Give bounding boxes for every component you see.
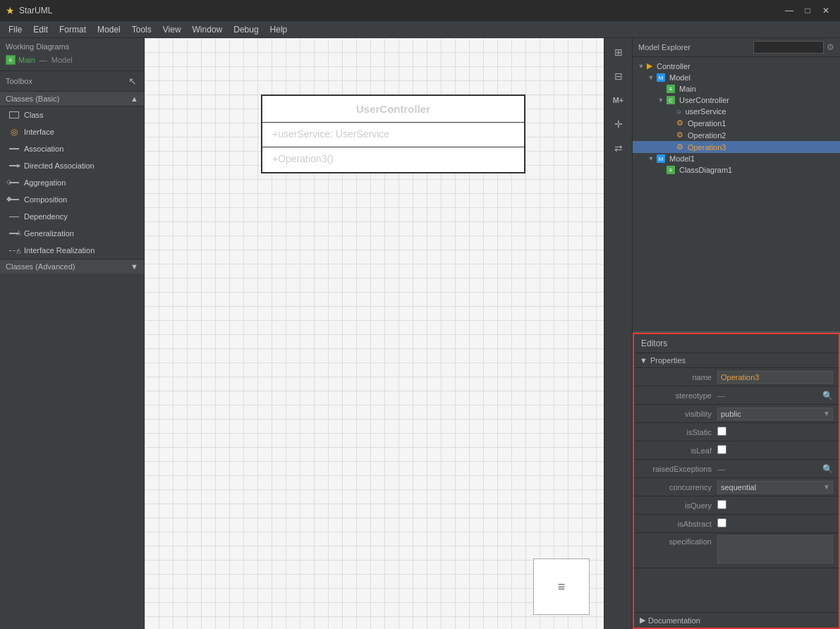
gear-icon[interactable]: ⚙ bbox=[827, 42, 834, 52]
working-diagrams-label: Working Diagrams bbox=[6, 42, 138, 51]
class-icon bbox=[8, 109, 20, 121]
close-button[interactable]: ✕ bbox=[817, 4, 834, 18]
tree-item[interactable]: ⚙Operation3 bbox=[633, 141, 840, 153]
tree-item[interactable]: ▼▶Controller bbox=[633, 60, 840, 72]
maximize-button[interactable]: □ bbox=[799, 4, 816, 18]
diagram-item-main[interactable]: ≡ Main — Model bbox=[6, 54, 138, 66]
tree-item[interactable]: ⚙Operation2 bbox=[633, 129, 840, 141]
stereotype-search-icon[interactable]: 🔍 bbox=[822, 391, 833, 401]
classes-basic-header[interactable]: Classes (Basic) ▲ bbox=[0, 92, 144, 106]
composition-label: Composition bbox=[24, 195, 67, 204]
prop-label-stereotype: stereotype bbox=[640, 391, 717, 400]
model-icon: M bbox=[657, 154, 665, 163]
toolbox-item-interface-realization[interactable]: Interface Realization bbox=[0, 242, 144, 259]
interface-label: Interface bbox=[24, 128, 54, 136]
editors-panel: Editors ▼ Properties name stereotype bbox=[633, 333, 840, 629]
toolbox-item-aggregation[interactable]: Aggregation bbox=[0, 174, 144, 191]
isstatic-checkbox[interactable] bbox=[717, 427, 726, 436]
prop-row-isstatic: isStatic bbox=[634, 423, 839, 441]
classes-advanced-header[interactable]: Classes (Advanced) ▼ bbox=[0, 259, 144, 274]
tree-item-label: Operation1 bbox=[688, 119, 726, 128]
visibility-select[interactable]: public private protected package bbox=[717, 408, 833, 420]
field-icon: ○ bbox=[676, 107, 681, 116]
dependency-icon bbox=[8, 211, 20, 222]
prop-label-isstatic: isStatic bbox=[640, 428, 717, 436]
app-body: Working Diagrams ≡ Main — Model Toolbox … bbox=[0, 38, 840, 629]
cursor-tool[interactable] bbox=[127, 75, 138, 87]
menu-item-window[interactable]: Window bbox=[187, 23, 229, 36]
properties-label: Properties bbox=[650, 356, 686, 365]
tree-item[interactable]: ▼MModel bbox=[633, 72, 840, 83]
tree-expand-icon[interactable]: ▼ bbox=[647, 74, 655, 81]
prop-name-input[interactable] bbox=[717, 371, 833, 384]
properties-arrow: ▼ bbox=[640, 356, 647, 365]
prop-label-visibility: visibility bbox=[640, 410, 717, 418]
menubar: FileEditFormatModelToolsViewWindowDebugH… bbox=[0, 21, 840, 38]
tree-expand-icon[interactable]: ▼ bbox=[638, 63, 645, 70]
concurrency-select[interactable]: sequential guarded concurrent bbox=[717, 481, 833, 494]
specification-textarea[interactable] bbox=[717, 535, 833, 563]
tree-item[interactable]: ○userService bbox=[633, 106, 840, 117]
prop-value-isleaf bbox=[717, 445, 833, 456]
prop-value-stereotype: — 🔍 bbox=[717, 391, 833, 401]
prop-value-isstatic bbox=[717, 427, 833, 438]
toolbox-item-class[interactable]: Class bbox=[0, 106, 144, 123]
isleaf-checkbox[interactable] bbox=[717, 445, 726, 454]
association-icon bbox=[8, 143, 20, 154]
toolbox-item-generalization[interactable]: Generalization bbox=[0, 225, 144, 242]
isabstract-checkbox[interactable] bbox=[717, 518, 726, 527]
tree-item[interactable]: ▼MModel1 bbox=[633, 153, 840, 164]
toolbox-item-interface[interactable]: ◎ Interface bbox=[0, 123, 144, 140]
menu-item-model[interactable]: Model bbox=[92, 23, 126, 36]
minimize-button[interactable]: — bbox=[781, 4, 798, 18]
left-panel: Working Diagrams ≡ Main — Model Toolbox … bbox=[0, 38, 145, 629]
tree-item[interactable]: ⚙Operation1 bbox=[633, 117, 840, 129]
crosshair-icon[interactable]: ✛ bbox=[607, 113, 630, 135]
raisedexceptions-dash: — bbox=[717, 465, 725, 473]
menu-item-help[interactable]: Help bbox=[264, 23, 293, 36]
prop-row-stereotype: stereotype — 🔍 bbox=[634, 386, 839, 405]
share-icon[interactable]: ⇄ bbox=[607, 137, 630, 159]
menu-item-format[interactable]: Format bbox=[54, 23, 92, 36]
menu-item-tools[interactable]: Tools bbox=[126, 23, 157, 36]
isquery-checkbox[interactable] bbox=[717, 500, 726, 509]
puzzle-icon[interactable]: ⊞ bbox=[607, 41, 630, 63]
tree-item[interactable]: ≡Main bbox=[633, 83, 840, 94]
prop-label-raisedexceptions: raisedExceptions bbox=[640, 465, 717, 473]
menu-item-view[interactable]: View bbox=[157, 23, 187, 36]
class-attribute: +userService: UserService bbox=[262, 123, 524, 147]
prop-value-isabstract bbox=[717, 518, 833, 530]
prop-row-raisedexceptions: raisedExceptions — 🔍 bbox=[634, 460, 839, 478]
grid-icon[interactable]: ⊟ bbox=[607, 65, 630, 87]
directed-association-label: Directed Association bbox=[24, 161, 95, 170]
documentation-section-header[interactable]: ▶ Documentation bbox=[634, 612, 839, 628]
directed-association-icon bbox=[8, 160, 20, 171]
menu-item-file[interactable]: File bbox=[3, 23, 28, 36]
window-controls: — □ ✕ bbox=[781, 4, 834, 18]
toolbox-item-dependency[interactable]: Dependency bbox=[0, 208, 144, 225]
toolbox-item-directed-association[interactable]: Directed Association bbox=[0, 157, 144, 174]
toolbox-item-association[interactable]: Association bbox=[0, 140, 144, 157]
class-operation: +Operation3() bbox=[262, 147, 524, 172]
tree-expand-icon[interactable]: ▼ bbox=[657, 97, 664, 104]
prop-row-visibility: visibility public private protected pack… bbox=[634, 405, 839, 423]
tree-item-label: Operation3 bbox=[688, 143, 726, 152]
generalization-label: Generalization bbox=[24, 229, 74, 238]
properties-section-header[interactable]: ▼ Properties bbox=[634, 353, 839, 368]
prop-row-name: name bbox=[634, 368, 839, 386]
uml-class-box[interactable]: UserController +userService: UserService… bbox=[261, 94, 525, 173]
tree-item[interactable]: ▼CUserController bbox=[633, 94, 840, 106]
class-tree-icon: C bbox=[666, 96, 675, 104]
tree-expand-icon[interactable]: ▼ bbox=[647, 155, 655, 162]
menu-item-debug[interactable]: Debug bbox=[228, 23, 264, 36]
prop-value-name bbox=[717, 371, 833, 384]
diagram-icon: ≡ bbox=[6, 55, 16, 65]
toolbox-item-composition[interactable]: Composition bbox=[0, 191, 144, 208]
menu-item-edit[interactable]: Edit bbox=[28, 23, 54, 36]
diag-icon: ≡ bbox=[666, 166, 675, 174]
canvas-area[interactable]: UserController +userService: UserService… bbox=[145, 38, 604, 629]
m-icon[interactable]: M+ bbox=[607, 89, 630, 111]
raisedexceptions-search-icon[interactable]: 🔍 bbox=[822, 464, 833, 474]
tree-item[interactable]: ≡ClassDiagram1 bbox=[633, 164, 840, 176]
explorer-search-input[interactable] bbox=[753, 41, 824, 54]
